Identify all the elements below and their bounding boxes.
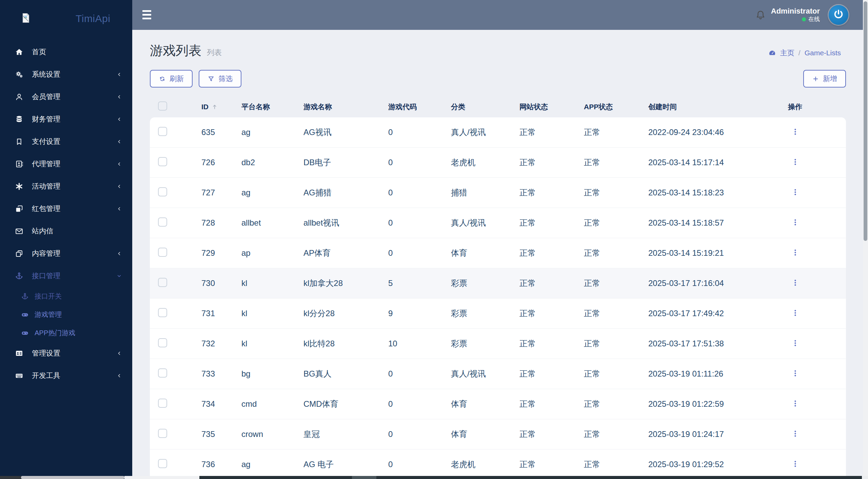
sidebar-item-payment-settings[interactable]: 支付设置 <box>0 130 132 153</box>
horizontal-scrollbar-thumb[interactable] <box>21 476 124 479</box>
hscroll-track[interactable] <box>124 476 199 479</box>
row-checkbox[interactable] <box>158 308 167 317</box>
sidebar-item-agent-management[interactable]: 代理管理 <box>0 153 132 175</box>
cell-id: 726 <box>196 158 236 167</box>
brand-header[interactable]: TimiApi <box>0 0 132 36</box>
row-actions-button[interactable] <box>788 336 803 351</box>
sidebar-item-content-management[interactable]: 内容管理 <box>0 242 132 265</box>
filter-icon <box>208 75 215 82</box>
cell-app-status: 正常 <box>578 368 643 379</box>
sidebar-item-site-messages[interactable]: 站内信 <box>0 220 132 242</box>
column-header-created: 创建时间 <box>643 102 744 112</box>
row-actions-button[interactable] <box>788 246 803 261</box>
row-actions-button[interactable] <box>788 457 803 472</box>
row-actions-button[interactable] <box>788 306 803 321</box>
row-actions-button[interactable] <box>788 185 803 200</box>
horizontal-scrollbar[interactable] <box>0 476 868 479</box>
row-actions-button[interactable] <box>788 427 803 442</box>
sidebar-item-activity-management[interactable]: 活动管理 <box>0 175 132 197</box>
row-checkbox[interactable] <box>158 459 167 468</box>
cell-created-time: 2025-03-14 15:18:57 <box>643 218 744 228</box>
row-checkbox[interactable] <box>158 338 167 347</box>
cell-id: 635 <box>196 128 236 137</box>
row-actions-button[interactable] <box>788 366 803 381</box>
cell-site-status: 正常 <box>514 399 578 409</box>
cell-category: 真人/视讯 <box>445 368 514 379</box>
cell-game-code: 10 <box>382 339 445 348</box>
cell-site-status: 正常 <box>514 459 578 470</box>
vertical-scrollbar[interactable] <box>863 0 868 479</box>
row-checkbox[interactable] <box>158 278 167 287</box>
online-status: 在线 <box>802 16 820 23</box>
notifications-bell-icon[interactable] <box>755 9 766 21</box>
avatar[interactable] <box>829 5 848 25</box>
cell-platform: cmd <box>236 399 298 409</box>
row-actions-button[interactable] <box>788 155 803 170</box>
sidebar-item-home[interactable]: 首页 <box>0 41 132 63</box>
vertical-scrollbar-thumb[interactable] <box>864 1 867 241</box>
row-checkbox[interactable] <box>158 217 167 227</box>
cell-id: 736 <box>196 460 236 469</box>
admin-app-window: TimiApi 首页 系统设置 会员管理 财务管理 支付设置 代理管理 活动管理 <box>0 0 868 479</box>
sidebar-item-finance-management[interactable]: 财务管理 <box>0 108 132 130</box>
cell-id: 728 <box>196 218 236 228</box>
cell-game-code: 0 <box>382 218 445 228</box>
sidebar-item-game-management[interactable]: 游戏管理 <box>0 305 132 324</box>
column-header-id[interactable]: ID <box>196 103 236 111</box>
sidebar-item-api-switch[interactable]: 接口开关 <box>0 287 132 305</box>
row-actions-button[interactable] <box>788 215 803 230</box>
cell-category: 体育 <box>445 248 514 258</box>
cell-platform: crown <box>236 429 298 439</box>
cell-platform: allbet <box>236 218 298 228</box>
cell-game-name: CMD体育 <box>298 399 382 409</box>
chevron-left-icon <box>116 350 122 356</box>
row-actions-button[interactable] <box>788 125 803 140</box>
sidebar-toggle-button[interactable] <box>142 10 151 19</box>
cell-site-status: 正常 <box>514 127 578 138</box>
sidebar-item-dev-tools[interactable]: 开发工具 <box>0 364 132 387</box>
page-title: 游戏列表 <box>150 43 201 58</box>
cell-app-status: 正常 <box>578 429 643 440</box>
user-icon <box>15 93 23 101</box>
cell-site-status: 正常 <box>514 217 578 228</box>
row-checkbox[interactable] <box>158 157 167 166</box>
cell-site-status: 正常 <box>514 248 578 258</box>
add-button[interactable]: 新增 <box>803 70 846 88</box>
row-actions-button[interactable] <box>788 397 803 411</box>
clone-icon <box>15 205 23 213</box>
cell-id: 729 <box>196 248 236 258</box>
row-checkbox[interactable] <box>158 399 167 408</box>
hscroll-segment <box>199 476 352 479</box>
cell-site-status: 正常 <box>514 338 578 349</box>
row-checkbox[interactable] <box>158 368 167 378</box>
user-identity[interactable]: Administrator 在线 <box>771 7 820 23</box>
row-actions-button[interactable] <box>788 276 803 291</box>
anchor-icon <box>21 292 29 300</box>
cell-app-status: 正常 <box>578 338 643 349</box>
row-checkbox[interactable] <box>158 127 167 136</box>
sidebar-item-app-hot-games[interactable]: APP热门游戏 <box>0 324 132 342</box>
username: Administrator <box>771 7 820 16</box>
sidebar-item-redpacket-management[interactable]: 红包管理 <box>0 197 132 220</box>
cell-game-name: AP体育 <box>298 248 382 258</box>
breadcrumb-home-link[interactable]: 主页 <box>780 48 794 58</box>
cell-category: 彩票 <box>445 338 514 349</box>
kebab-icon <box>791 127 800 137</box>
sidebar-item-api-management[interactable]: 接口管理 <box>0 265 132 287</box>
sidebar-item-member-management[interactable]: 会员管理 <box>0 85 132 108</box>
select-all-checkbox[interactable] <box>158 101 167 111</box>
filter-button[interactable]: 筛选 <box>199 70 241 88</box>
cell-app-status: 正常 <box>578 248 643 258</box>
anchor-icon <box>15 272 23 280</box>
row-checkbox[interactable] <box>158 248 167 257</box>
cell-category: 老虎机 <box>445 459 514 470</box>
cell-game-code: 5 <box>382 279 445 288</box>
cell-site-status: 正常 <box>514 308 578 319</box>
sidebar-item-system-settings[interactable]: 系统设置 <box>0 63 132 85</box>
sidebar-item-admin-settings[interactable]: 管理设置 <box>0 342 132 364</box>
row-checkbox[interactable] <box>158 187 167 196</box>
hscroll-segment-thumb[interactable] <box>352 476 376 479</box>
refresh-button[interactable]: 刷新 <box>150 70 193 88</box>
kebab-icon <box>791 248 800 258</box>
row-checkbox[interactable] <box>158 429 167 438</box>
